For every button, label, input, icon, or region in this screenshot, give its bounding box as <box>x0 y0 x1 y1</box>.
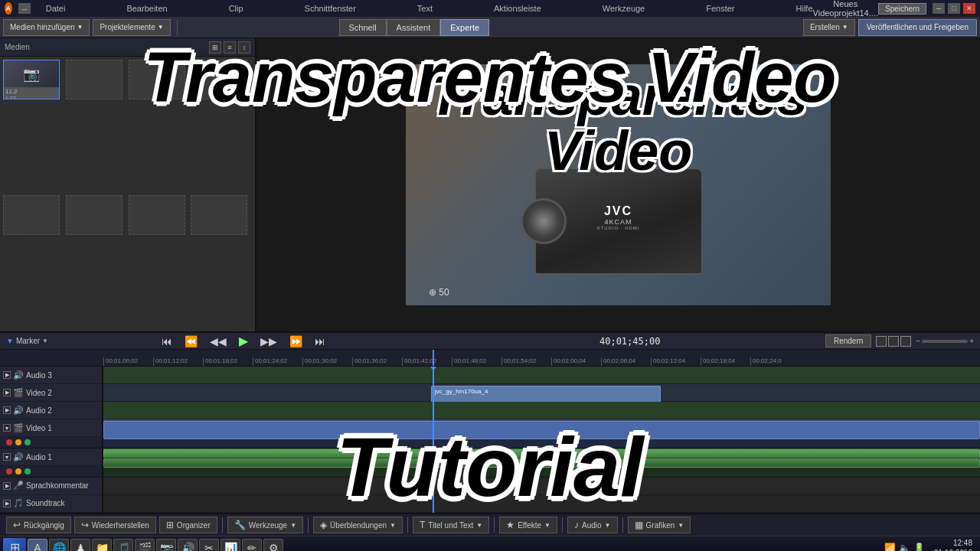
taskbar-app-sound[interactable]: 🔊 <box>178 539 198 552</box>
render-icon-2[interactable] <box>888 336 899 347</box>
track-row-audio1-top[interactable] <box>103 448 980 458</box>
undo-button[interactable]: ↩ Rückgängig <box>6 517 71 533</box>
taskbar-app-music[interactable]: 🎵 <box>113 539 133 552</box>
track-expand-soundtrack[interactable]: ▶ <box>3 500 11 507</box>
project-items-button[interactable]: Projektelemente ▼ <box>93 19 170 36</box>
menu-datei[interactable]: Datei <box>46 4 66 13</box>
transport-play[interactable]: ▶ <box>236 332 251 350</box>
track-mini-green-video1[interactable] <box>24 439 31 445</box>
media-add-button[interactable]: Medien hinzufügen ▼ <box>3 19 90 36</box>
track-expand-voice[interactable]: ▶ <box>3 482 11 490</box>
zoom-slider[interactable] <box>922 340 968 343</box>
jvc-brand: JVC <box>604 204 632 218</box>
organizer-label: Organizer <box>177 521 211 530</box>
zoom-out-btn[interactable]: − <box>916 337 920 345</box>
track-row-audio3[interactable] <box>103 367 980 384</box>
media-item-6[interactable] <box>129 195 185 235</box>
titeltxt-button[interactable]: T Titel und Text ▼ <box>413 517 489 533</box>
track-row-audio2[interactable] <box>103 402 980 419</box>
close-button[interactable]: ✕ <box>963 3 975 14</box>
taskbar-app-pen[interactable]: ✏ <box>242 539 262 552</box>
menu-trigger[interactable]: — <box>18 3 31 14</box>
clip-audio1-bot[interactable] <box>103 458 980 468</box>
save-button[interactable]: Speichern <box>878 3 926 15</box>
minimize-button[interactable]: ─ <box>933 3 945 14</box>
effekte-button[interactable]: ★ Effekte ▼ <box>499 517 557 533</box>
transport-rewind[interactable]: ◀◀ <box>207 334 230 349</box>
taskbar-app-chart[interactable]: 📊 <box>220 539 240 552</box>
track-expand-video1[interactable]: ▼ <box>3 424 11 432</box>
audio-button[interactable]: ♪ Audio ▼ <box>567 517 618 533</box>
bottom-sep-4 <box>494 517 495 533</box>
menu-fenster[interactable]: Fenster <box>706 4 734 13</box>
ueberblendungen-button[interactable]: ◈ Überblendungen ▼ <box>313 517 403 533</box>
track-row-audio1-bot[interactable] <box>103 458 980 467</box>
media-view-btn[interactable]: ⊞ <box>209 41 221 54</box>
track-row-video1[interactable] <box>103 419 980 437</box>
mode-fast-button[interactable]: Schnell <box>339 19 387 36</box>
media-panel-header: Medien ⊞ ≡ ↕ <box>0 38 255 57</box>
transport-skip-start[interactable]: ⏮ <box>158 334 175 349</box>
media-item-0[interactable]: 📷 11.2 1;23 <box>3 60 60 99</box>
track-mini-red-audio1[interactable] <box>6 468 12 474</box>
track-mini-green-audio1[interactable] <box>24 468 31 474</box>
ruler-tick-2: 00;01;18;02 <box>203 357 253 366</box>
menu-aktions[interactable]: Aktionsleiste <box>494 4 541 13</box>
organizer-button[interactable]: ⊞ Organizer <box>159 517 217 533</box>
taskbar-app-steam[interactable]: ♟ <box>70 539 90 552</box>
media-item-5[interactable] <box>66 195 122 235</box>
create-button[interactable]: Erstellen ▼ <box>803 19 855 36</box>
track-row-voice[interactable] <box>103 478 980 495</box>
track-row-video2[interactable]: jvc_gy_hm170ua_4 <box>103 384 980 402</box>
grafiken-button[interactable]: ▦ Grafiken ▼ <box>628 517 691 533</box>
mode-expert-button[interactable]: Experte <box>440 19 489 36</box>
ruler-tick-1: 00;01;12;02 <box>153 357 203 366</box>
media-list-btn[interactable]: ≡ <box>224 41 236 54</box>
track-expand-video2[interactable]: ▶ <box>3 389 11 396</box>
track-expand-audio1[interactable]: ▼ <box>3 453 11 461</box>
maximize-button[interactable]: □ <box>948 3 960 14</box>
video-overlay-title: Transparentes Video <box>406 64 831 178</box>
menu-bearbeiten[interactable]: Bearbeiten <box>126 4 167 13</box>
transport-prev-frame[interactable]: ⏪ <box>181 334 201 349</box>
taskbar-app-settings[interactable]: ⚙ <box>263 539 283 552</box>
transport-fast-forward[interactable]: ▶▶ <box>257 334 280 349</box>
media-item-7[interactable] <box>191 195 247 235</box>
media-item-3[interactable] <box>191 60 247 99</box>
transport-skip-end[interactable]: ⏭ <box>312 334 328 349</box>
grafiken-label: Grafiken <box>646 521 675 530</box>
media-item-4[interactable] <box>3 195 60 235</box>
menu-clip[interactable]: Clip <box>229 4 243 13</box>
menu-hilfe[interactable]: Hilfe <box>796 4 813 13</box>
taskbar-app-files[interactable]: 📁 <box>92 539 112 552</box>
redo-button[interactable]: ↪ Wiederherstellen <box>74 517 156 533</box>
taskbar-start-button[interactable]: ⊞ <box>3 538 26 552</box>
menu-schnitt[interactable]: Schnittfenster <box>305 4 356 13</box>
ruler-marks: 00;01;06;02 00;01;12;02 00;01;18;02 00;0… <box>103 350 800 366</box>
werkzeuge-button[interactable]: 🔧 Werkzeuge ▼ <box>227 517 303 533</box>
render-icon-3[interactable] <box>900 336 911 347</box>
menu-werkzeuge[interactable]: Werkzeuge <box>603 4 645 13</box>
publish-button[interactable]: Veröffentlichen und Freigeben <box>858 19 977 36</box>
media-sort-btn[interactable]: ↕ <box>238 41 250 54</box>
taskbar-app-adobe[interactable]: A <box>28 539 47 552</box>
taskbar-app-browser[interactable]: 🌐 <box>49 539 69 552</box>
media-item-2[interactable] <box>129 60 185 99</box>
menu-text[interactable]: Text <box>417 4 433 13</box>
track-mini-yellow-audio1[interactable] <box>15 468 21 474</box>
media-item-1[interactable] <box>66 60 122 99</box>
taskbar-app-camera[interactable]: 📷 <box>156 539 176 552</box>
track-expand-audio3[interactable]: ▶ <box>3 371 11 379</box>
render-icon-1[interactable] <box>876 336 887 347</box>
clip-video1[interactable] <box>103 421 980 439</box>
zoom-in-btn[interactable]: + <box>969 337 974 345</box>
track-mini-yellow-video1[interactable] <box>15 439 21 445</box>
taskbar-app-edit[interactable]: ✂ <box>199 539 219 552</box>
transport-next-frame[interactable]: ⏩ <box>286 334 305 349</box>
track-mini-red-video1[interactable] <box>6 439 12 445</box>
mode-assistant-button[interactable]: Assistent <box>387 19 441 36</box>
render-button[interactable]: Rendern <box>825 334 871 347</box>
taskbar-app-video[interactable]: 🎬 <box>135 539 155 552</box>
track-expand-audio2[interactable]: ▶ <box>3 406 11 414</box>
track-row-soundtrack[interactable] <box>103 495 980 513</box>
